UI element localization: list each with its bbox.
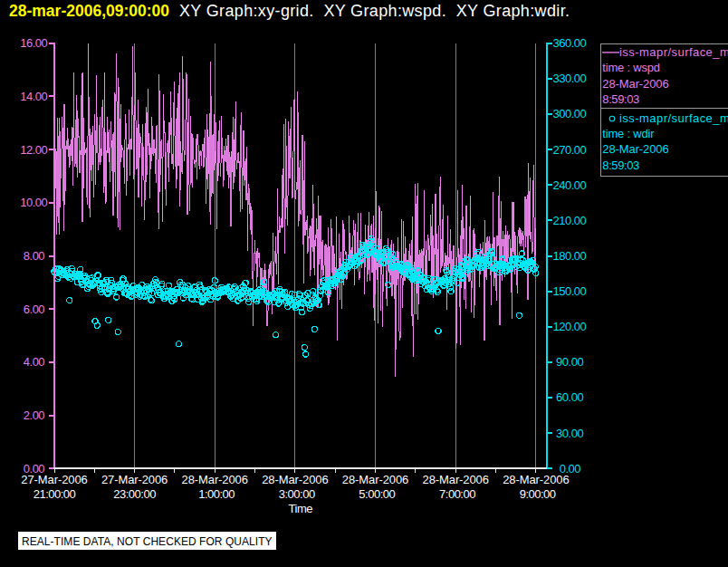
svg-text:27-Mar-2006: 27-Mar-2006 [101, 473, 168, 486]
svg-text:7:00:00: 7:00:00 [439, 487, 475, 501]
svg-text:time : wdir: time : wdir [602, 127, 655, 140]
svg-text:time : wspd: time : wspd [602, 61, 660, 74]
svg-text:XY Graph:xy-grid. XY Graph:ws: XY Graph:xy-grid. XY Graph:wspd. XY Grap… [179, 2, 570, 20]
svg-text:240.00: 240.00 [553, 178, 587, 192]
svg-text:8:59:03: 8:59:03 [602, 159, 639, 172]
svg-text:300.00: 300.00 [553, 107, 587, 120]
svg-text:27-Mar-2006: 27-Mar-2006 [21, 473, 87, 486]
svg-text:3:00:00: 3:00:00 [279, 487, 315, 501]
svg-text:360.00: 360.00 [553, 36, 587, 50]
svg-text:210.00: 210.00 [553, 214, 587, 227]
svg-text:150.00: 150.00 [553, 284, 587, 298]
svg-text:5:00:00: 5:00:00 [359, 487, 395, 501]
svg-text:10.00: 10.00 [20, 196, 47, 209]
svg-text:60.00: 60.00 [556, 390, 583, 404]
svg-text:23:00:00: 23:00:00 [113, 487, 156, 501]
svg-text:30.00: 30.00 [556, 427, 583, 440]
svg-text:21:00:00: 21:00:00 [34, 487, 76, 501]
svg-text:270.00: 270.00 [553, 143, 587, 157]
svg-text:14.00: 14.00 [20, 90, 47, 103]
svg-text:16.00: 16.00 [20, 36, 47, 50]
svg-text:28-Mar-2006: 28-Mar-2006 [342, 473, 408, 486]
svg-text:28-Mar-2006: 28-Mar-2006 [503, 473, 569, 486]
svg-text:12.00: 12.00 [20, 143, 47, 157]
svg-text:6.00: 6.00 [24, 303, 45, 316]
svg-text:1:00:00: 1:00:00 [198, 487, 235, 501]
svg-text:28-Mar-2006: 28-Mar-2006 [182, 473, 248, 486]
svg-text:28-Mar-2006: 28-Mar-2006 [602, 142, 668, 156]
svg-text:90.00: 90.00 [556, 355, 583, 369]
svg-text:Time: Time [289, 502, 313, 515]
svg-text:iss-mapr/surface_metn: iss-mapr/surface_metn [619, 45, 728, 59]
svg-text:28-Mar-2006: 28-Mar-2006 [602, 77, 668, 91]
svg-text:2.00: 2.00 [24, 408, 45, 422]
svg-text:120.00: 120.00 [553, 320, 587, 333]
svg-text:iss-mapr/surface_metn: iss-mapr/surface_metn [619, 111, 728, 125]
svg-text:9:00:00: 9:00:00 [520, 487, 556, 501]
svg-text:4.00: 4.00 [24, 355, 45, 369]
svg-text:330.00: 330.00 [553, 72, 587, 85]
svg-text:180.00: 180.00 [553, 249, 587, 263]
svg-text:REAL-TIME DATA, NOT CHECKED FO: REAL-TIME DATA, NOT CHECKED FOR QUALITY [22, 535, 273, 548]
svg-text:8:59:03: 8:59:03 [602, 92, 639, 106]
svg-text:28-Mar-2006: 28-Mar-2006 [262, 473, 328, 486]
svg-text:28-mar-2006,09:00:00: 28-mar-2006,09:00:00 [9, 2, 169, 20]
svg-text:28-Mar-2006: 28-Mar-2006 [423, 473, 489, 486]
svg-text:8.00: 8.00 [24, 249, 45, 263]
